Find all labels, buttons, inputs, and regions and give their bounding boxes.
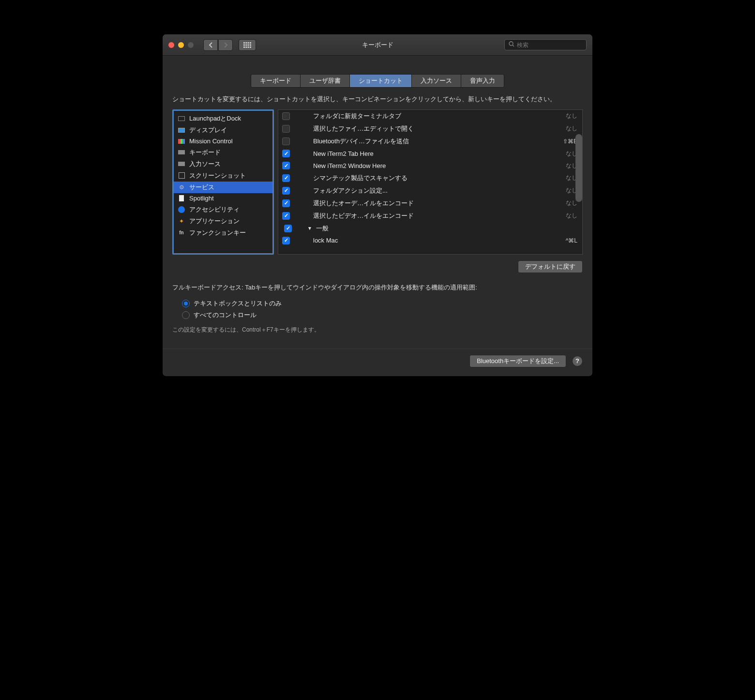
search-field[interactable] (504, 39, 587, 50)
app-icon: ✦ (178, 217, 185, 225)
grid-icon (243, 42, 251, 48)
back-button[interactable] (203, 39, 218, 51)
shortcut-label: Bluetoothデバイ…ファイルを送信 (313, 137, 559, 146)
svg-rect-6 (248, 44, 249, 46)
shortcut-row[interactable]: 選択したオーデ…イルをエンコードなし (278, 197, 582, 210)
sidebar-item-label: スクリーンショット (189, 171, 246, 180)
tab-0[interactable]: キーボード (251, 75, 301, 87)
shortcut-key[interactable]: ^⌘L (566, 237, 577, 244)
sidebar-item-2[interactable]: Mission Control (174, 136, 272, 147)
minimize-window-button[interactable] (178, 42, 184, 48)
disclosure-triangle-icon[interactable]: ▼ (307, 226, 312, 231)
traffic-lights (168, 42, 194, 48)
category-sidebar[interactable]: LaunchpadとDockディスプレイMission Controlキーボード… (172, 109, 274, 255)
radio-button[interactable] (182, 311, 190, 319)
shortcut-label: フォルダアクション設定... (313, 186, 562, 195)
shortcut-label: lock Mac (313, 237, 562, 244)
chevron-left-icon (209, 42, 213, 48)
shortcut-list[interactable]: フォルダに新規ターミナルタブなし選択したファイ…エディットで開くなしBlueto… (278, 109, 583, 255)
shortcut-label: シマンテック製品でスキャンする (313, 174, 562, 183)
svg-rect-9 (245, 46, 247, 48)
sidebar-item-3[interactable]: キーボード (174, 147, 272, 158)
shortcut-label: New iTerm2 Window Here (313, 162, 562, 169)
sidebar-item-8[interactable]: アクセシビリティ (174, 204, 272, 215)
shortcut-row[interactable]: 選択したビデオ…イルをエンコードなし (278, 210, 582, 222)
sidebar-item-4[interactable]: 入力ソース (174, 158, 272, 170)
shortcut-checkbox[interactable] (282, 125, 290, 133)
shortcut-row[interactable]: New iTerm2 Tab Hereなし (278, 148, 582, 160)
fka-radio-1[interactable]: すべてのコントロール (182, 309, 583, 321)
shortcut-checkbox[interactable] (282, 237, 290, 244)
svg-line-13 (513, 45, 514, 46)
shortcut-row[interactable]: 選択したファイ…エディットで開くなし (278, 122, 582, 135)
sidebar-item-1[interactable]: ディスプレイ (174, 124, 272, 136)
tab-bar: キーボードユーザ辞書ショートカット入力ソース音声入力 (172, 74, 583, 88)
shortcut-checkbox[interactable] (282, 187, 290, 195)
tab-4[interactable]: 音声入力 (461, 75, 504, 87)
shortcut-label: New iTerm2 Tab Here (313, 150, 562, 157)
sidebar-item-label: ファンクションキー (189, 228, 246, 237)
shortcut-row[interactable]: フォルダに新規ターミナルタブなし (278, 110, 582, 122)
svg-rect-10 (248, 46, 249, 48)
sidebar-item-10[interactable]: fnファンクションキー (174, 227, 272, 239)
shortcut-checkbox[interactable] (282, 212, 290, 220)
shortcut-row[interactable]: New iTerm2 Window Hereなし (278, 160, 582, 172)
preferences-window: キーボード キーボードユーザ辞書ショートカット入力ソース音声入力 ショートカット… (162, 34, 593, 377)
shortcut-checkbox[interactable] (282, 174, 290, 182)
shortcut-row[interactable]: lock Mac^⌘L (278, 235, 582, 246)
sidebar-item-6[interactable]: ⚙サービス (174, 182, 272, 193)
full-keyboard-access-hint: この設定を変更するには、Control＋F7キーを押します。 (172, 326, 583, 334)
svg-rect-3 (250, 42, 251, 44)
scrollbar-thumb[interactable] (575, 134, 582, 202)
shortcut-key[interactable]: なし (566, 124, 577, 133)
nav-buttons-group (203, 39, 233, 51)
svg-rect-5 (245, 44, 247, 46)
shortcut-checkbox[interactable] (282, 199, 290, 207)
sidebar-item-label: アクセシビリティ (189, 205, 240, 214)
search-input[interactable] (517, 42, 582, 48)
shortcut-group-checkbox[interactable] (284, 225, 292, 232)
tab-1[interactable]: ユーザ辞書 (301, 75, 350, 87)
acc-icon (178, 206, 185, 213)
shortcut-checkbox[interactable] (282, 112, 290, 120)
doc-icon (178, 195, 185, 202)
tab-3[interactable]: 入力ソース (412, 75, 461, 87)
sidebar-item-9[interactable]: ✦アプリケーション (174, 215, 272, 227)
launchpad-icon (178, 115, 185, 122)
shortcut-row[interactable]: フォルダアクション設定...なし (278, 184, 582, 197)
shortcut-key[interactable]: なし (566, 112, 577, 120)
shortcut-checkbox[interactable] (282, 150, 290, 157)
forward-button[interactable] (218, 39, 233, 51)
radio-button[interactable] (182, 300, 190, 307)
restore-defaults-button[interactable]: デフォルトに戻す (518, 260, 583, 273)
sidebar-item-label: Mission Control (189, 137, 233, 145)
shortcut-row[interactable]: Bluetoothデバイ…ファイルを送信⇧⌘B (278, 135, 582, 148)
shortcut-checkbox[interactable] (282, 162, 290, 169)
sidebar-item-label: 入力ソース (189, 160, 221, 168)
search-icon (509, 41, 514, 48)
sidebar-item-label: ディスプレイ (189, 126, 227, 135)
fn-icon: fn (178, 229, 185, 237)
tab-2[interactable]: ショートカット (350, 75, 412, 87)
shortcut-group-header[interactable]: ▼一般 (278, 222, 582, 235)
bluetooth-keyboard-setup-button[interactable]: Bluetoothキーボードを設定... (469, 355, 566, 367)
zoom-window-button[interactable] (188, 42, 194, 48)
sidebar-item-label: サービス (189, 183, 214, 192)
sidebar-item-0[interactable]: LaunchpadとDock (174, 113, 272, 124)
shortcut-label: 選択したオーデ…イルをエンコード (313, 199, 562, 208)
full-keyboard-access-label: フルキーボードアクセス: Tabキーを押してウインドウやダイアログ内の操作対象を… (172, 283, 583, 293)
content-area: キーボードユーザ辞書ショートカット入力ソース音声入力 ショートカットを変更するに… (163, 56, 592, 376)
fka-radio-0[interactable]: テキストボックスとリストのみ (182, 298, 583, 309)
svg-rect-1 (245, 42, 247, 44)
shortcut-checkbox[interactable] (282, 137, 290, 145)
screenshot-icon (178, 172, 185, 180)
help-button[interactable]: ? (572, 356, 583, 366)
shortcut-key[interactable]: なし (566, 212, 577, 220)
shortcut-row[interactable]: シマンテック製品でスキャンするなし (278, 172, 582, 184)
close-window-button[interactable] (168, 42, 174, 48)
sidebar-item-7[interactable]: Spotlight (174, 193, 272, 204)
sidebar-item-5[interactable]: スクリーンショット (174, 170, 272, 182)
monitor-icon (178, 126, 185, 134)
show-all-button[interactable] (239, 39, 256, 51)
chevron-right-icon (224, 42, 228, 48)
